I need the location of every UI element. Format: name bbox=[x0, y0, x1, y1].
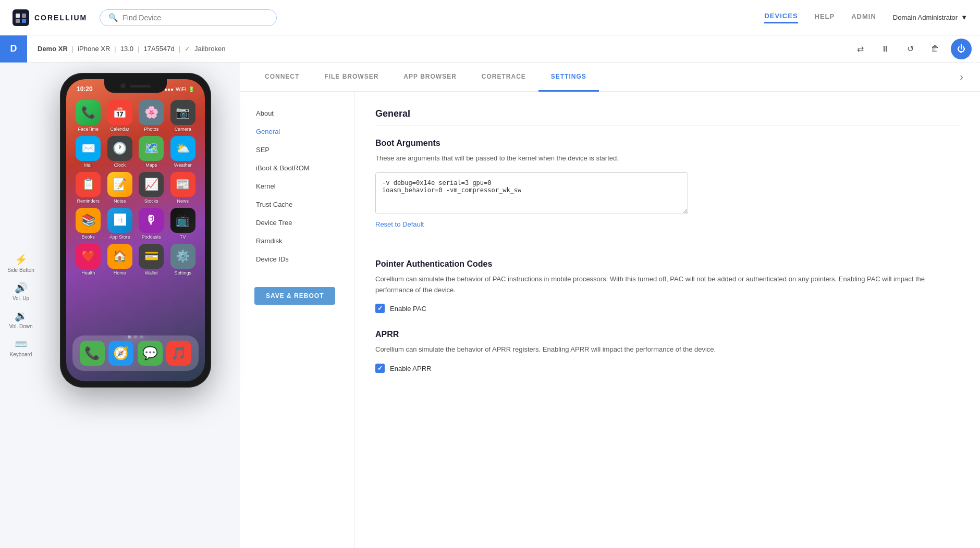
app-icon-podcasts[interactable]: 🎙Podcasts bbox=[138, 208, 165, 240]
app-icon-home[interactable]: 🏠Home bbox=[106, 244, 134, 276]
app-icon-app-store[interactable]: 🅰App Store bbox=[106, 208, 134, 240]
save-reboot-button[interactable]: SAVE & REBOOT bbox=[254, 287, 335, 305]
enable-aprr-checkbox[interactable] bbox=[375, 364, 385, 373]
app-icon-img: 🗺️ bbox=[139, 136, 164, 161]
refresh-button[interactable]: ↺ bbox=[901, 40, 920, 58]
app-icon-camera[interactable]: 📷Camera bbox=[169, 100, 197, 132]
app-label: Home bbox=[114, 270, 126, 276]
app-icon-img: 📰 bbox=[170, 172, 195, 197]
app-icon-img: 📞 bbox=[76, 100, 101, 125]
app-icon-mail[interactable]: ✉️Mail bbox=[75, 136, 102, 168]
keyboard-label: Keyboard bbox=[10, 352, 32, 357]
app-label: Clock bbox=[114, 163, 126, 168]
dock-app-safari[interactable]: 🧭 bbox=[108, 341, 133, 366]
dock-app-messages[interactable]: 💬 bbox=[138, 341, 163, 366]
app-icon-img: 📺 bbox=[170, 208, 195, 233]
device-info: Demo XR | iPhone XR | 13.0 | 17A5547d | … bbox=[27, 45, 236, 53]
tab-connect[interactable]: CONNECT bbox=[252, 63, 312, 92]
status-icons: ●●● WiFi 🔋 bbox=[164, 86, 194, 92]
jailbreak-check-icon: ✓ bbox=[185, 45, 190, 53]
app-icon-facetime[interactable]: 📞FaceTime bbox=[75, 100, 102, 132]
app-icon-photos[interactable]: 🌸Photos bbox=[138, 100, 165, 132]
nav-devices[interactable]: DEVICES bbox=[764, 12, 798, 23]
tab-next-arrow[interactable]: › bbox=[956, 67, 967, 87]
svg-rect-4 bbox=[22, 19, 26, 23]
settings-content: About General SEP iBoot & BootROM Kernel… bbox=[240, 92, 980, 548]
app-icon-wallet[interactable]: 💳Wallet bbox=[138, 244, 165, 276]
power-button[interactable]: ⏻ bbox=[951, 39, 972, 59]
app-label: FaceTime bbox=[78, 127, 99, 132]
phone-frame: 10:20 ●●● WiFi 🔋 📞FaceTime📅Calendar🌸Phot… bbox=[60, 73, 211, 388]
app-icon-stocks[interactable]: 📈Stocks bbox=[138, 172, 165, 204]
search-box[interactable]: 🔍 bbox=[100, 9, 277, 26]
app-icon-tv[interactable]: 📺TV bbox=[169, 208, 197, 240]
nav-help[interactable]: HELP bbox=[815, 13, 835, 22]
app-icon-health[interactable]: ❤️Health bbox=[75, 244, 102, 276]
app-icon-weather[interactable]: ⛅Weather bbox=[169, 136, 197, 168]
phone-screen[interactable]: 10:20 ●●● WiFi 🔋 📞FaceTime📅Calendar🌸Phot… bbox=[66, 79, 205, 381]
settings-nav-device-ids[interactable]: Device IDs bbox=[240, 250, 354, 268]
device-name: Demo XR bbox=[38, 45, 68, 53]
app-icon-img: ✉️ bbox=[76, 136, 101, 161]
app-label: Calendar bbox=[110, 127, 129, 132]
connect-button[interactable]: ⇄ bbox=[851, 40, 869, 58]
settings-nav-sep[interactable]: SEP bbox=[240, 141, 354, 159]
device-ios: 13.0 bbox=[120, 45, 133, 53]
pac-section: Pointer Authentication Codes Corellium c… bbox=[375, 259, 959, 314]
tab-file-browser[interactable]: FILE BROWSER bbox=[312, 63, 391, 92]
tab-app-browser[interactable]: APP BROWSER bbox=[391, 63, 469, 92]
trash-icon: 🗑 bbox=[931, 44, 939, 54]
settings-nav-iboot[interactable]: iBoot & BootROM bbox=[240, 159, 354, 177]
reset-to-default-link[interactable]: Reset to Default bbox=[375, 220, 424, 228]
tab-coretrace[interactable]: CORETRACE bbox=[469, 63, 538, 92]
dock-app-phone[interactable]: 📞 bbox=[80, 341, 105, 366]
delete-button[interactable]: 🗑 bbox=[926, 40, 945, 58]
tab-settings[interactable]: SETTINGS bbox=[538, 63, 599, 92]
app-icon-settings[interactable]: ⚙️Settings bbox=[169, 244, 197, 276]
svg-rect-3 bbox=[16, 19, 20, 23]
app-icon-clock[interactable]: 🕐Clock bbox=[106, 136, 134, 168]
aprr-section: APRR Corellium can simulate the behavior… bbox=[375, 330, 959, 373]
pac-checkbox-row: Enable PAC bbox=[375, 304, 959, 313]
vol-up-ctrl[interactable]: 🔊 Vol. Up bbox=[8, 278, 33, 304]
settings-nav-trust-cache[interactable]: Trust Cache bbox=[240, 195, 354, 214]
keyboard-ctrl[interactable]: ⌨️ Keyboard bbox=[6, 334, 36, 360]
app-icon-reminders[interactable]: 📋Reminders bbox=[75, 172, 102, 204]
dock-app-music[interactable]: 🎵 bbox=[166, 341, 191, 366]
settings-nav-ramdisk[interactable]: Ramdisk bbox=[240, 232, 354, 250]
app-label: Camera bbox=[175, 127, 191, 132]
settings-nav-about[interactable]: About bbox=[240, 104, 354, 122]
settings-nav-kernel[interactable]: Kernel bbox=[240, 177, 354, 195]
jailbreak-label: Jailbroken bbox=[194, 45, 225, 53]
app-icon-img: 🎙 bbox=[139, 208, 164, 233]
phone-speaker bbox=[130, 85, 151, 88]
app-label: Notes bbox=[114, 198, 126, 204]
tabs-bar: CONNECT FILE BROWSER APP BROWSER CORETRA… bbox=[240, 63, 980, 92]
logo: CORELLIUM bbox=[13, 9, 87, 26]
app-icon-news[interactable]: 📰News bbox=[169, 172, 197, 204]
phone-content: 10:20 ●●● WiFi 🔋 📞FaceTime📅Calendar🌸Phot… bbox=[66, 79, 205, 381]
app-icon-notes[interactable]: 📝Notes bbox=[106, 172, 134, 204]
search-input[interactable] bbox=[123, 14, 268, 22]
enable-pac-checkbox[interactable] bbox=[375, 304, 385, 313]
side-button-ctrl[interactable]: ⚡ Side Button bbox=[3, 250, 39, 276]
app-icon-img: 📋 bbox=[76, 172, 101, 197]
nav-right: DEVICES HELP ADMIN Domain Administrator … bbox=[764, 12, 967, 23]
phone-time: 10:20 bbox=[77, 85, 93, 93]
vol-down-ctrl[interactable]: 🔉 Vol. Down bbox=[5, 306, 36, 332]
nav-admin[interactable]: ADMIN bbox=[851, 13, 876, 22]
refresh-icon: ↺ bbox=[907, 44, 914, 54]
app-icon-maps[interactable]: 🗺️Maps bbox=[138, 136, 165, 168]
app-label: Podcasts bbox=[142, 234, 161, 240]
svg-rect-1 bbox=[16, 14, 20, 18]
pause-button[interactable]: ⏸ bbox=[876, 40, 895, 58]
app-icon-books[interactable]: 📚Books bbox=[75, 208, 102, 240]
nav-user[interactable]: Domain Administrator ▼ bbox=[893, 14, 967, 21]
settings-nav-device-tree[interactable]: Device Tree bbox=[240, 214, 354, 232]
connect-icon: ⇄ bbox=[857, 44, 864, 54]
settings-nav-general[interactable]: General bbox=[240, 122, 354, 141]
app-icon-img: 🅰 bbox=[107, 208, 132, 233]
device-build: 17A5547d bbox=[143, 45, 174, 53]
boot-args-textarea[interactable]: -v debug=0x14e serial=3 gpu=0 ioasm_beha… bbox=[375, 172, 688, 214]
app-icon-calendar[interactable]: 📅Calendar bbox=[106, 100, 134, 132]
